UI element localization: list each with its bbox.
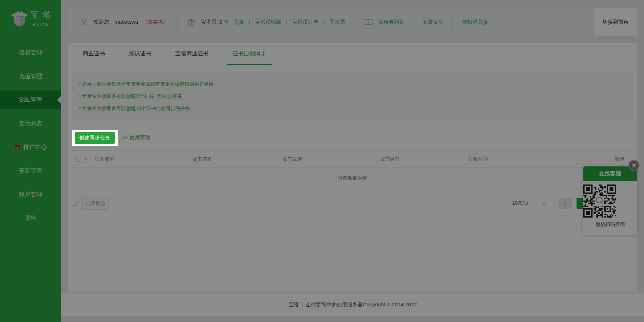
page: 宝塔 BT.CN 授权管理 充值管理 SSL管理 支付列表 ¥ 推广中心 安装宝…	[0, 0, 644, 322]
create-sync-task-button[interactable]: 创建同步任务	[75, 132, 115, 144]
highlight-frame: 创建同步任务	[72, 130, 118, 146]
dim-overlay	[0, 0, 644, 322]
